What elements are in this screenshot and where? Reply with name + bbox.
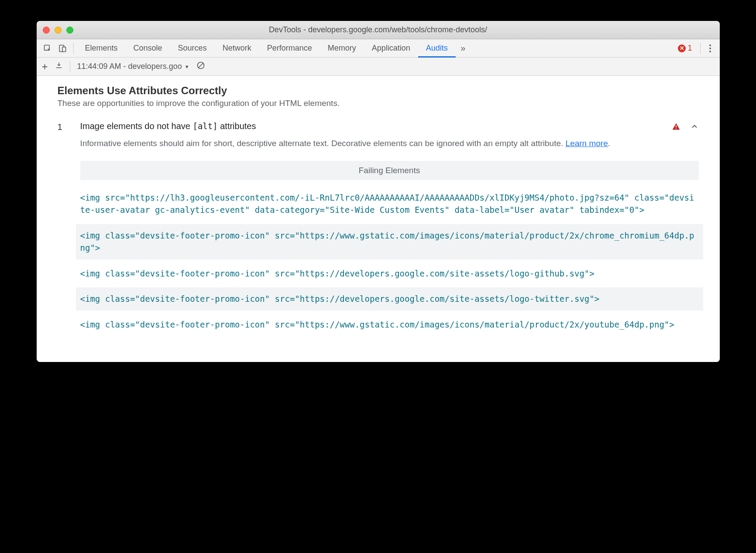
minimize-icon[interactable] [55,27,62,34]
tab-elements[interactable]: Elements [77,39,126,58]
overflow-tabs-icon[interactable]: » [456,41,471,56]
svg-rect-5 [676,128,677,129]
inspect-element-icon[interactable] [40,41,55,56]
section-title: Elements Use Attributes Correctly [58,85,699,97]
audit-desc-text: Informative elements should aim for shor… [80,139,566,148]
audit-desc-post: . [608,139,610,148]
dropdown-triangle-icon: ▼ [185,64,189,69]
separator [70,61,70,72]
tab-network[interactable]: Network [215,39,259,58]
window-title: DevTools - developers.google.com/web/too… [37,25,720,34]
tab-console[interactable]: Console [126,39,170,58]
svg-rect-2 [62,47,66,51]
audits-toolbar: + 11:44:09 AM - developers.goo ▼ [37,58,720,76]
audit-title-post: attributes [218,121,256,131]
separator [73,43,74,54]
tab-memory[interactable]: Memory [320,39,364,58]
collapse-chevron-icon[interactable] [690,122,699,131]
tab-performance[interactable]: Performance [259,39,320,58]
new-audit-button[interactable]: + [42,61,48,73]
audit-title: Image elements do not have [alt] attribu… [80,121,672,131]
failing-elements-header: Failing Elements [80,161,699,180]
audit-description: Informative elements should aim for shor… [80,137,699,150]
traffic-lights [37,27,73,34]
audit-header[interactable]: Image elements do not have [alt] attribu… [80,121,699,131]
audit-item: 1 Image elements do not have [alt] attri… [58,121,699,336]
devtools-window: DevTools - developers.google.com/web/too… [37,21,720,362]
titlebar: DevTools - developers.google.com/web/too… [37,21,720,39]
audit-run-select[interactable]: 11:44:09 AM - developers.goo ▼ [77,62,189,71]
audit-title-code: [alt] [192,121,217,131]
audit-report: Elements Use Attributes Correctly These … [37,76,720,362]
tab-audits[interactable]: Audits [418,39,456,58]
failing-element: <img class="devsite-footer-promo-icon" s… [76,287,703,311]
learn-more-link[interactable]: Learn more [566,139,608,148]
failing-element: <img class="devsite-footer-promo-icon" s… [80,313,699,336]
error-count-badge[interactable]: ✕ 1 [678,44,692,53]
audit-title-pre: Image elements do not have [80,121,193,131]
svg-rect-4 [676,125,677,127]
download-icon[interactable] [55,61,63,72]
tab-sources[interactable]: Sources [170,39,215,58]
devtools-tabbar: Elements Console Sources Network Perform… [37,39,720,58]
failing-element: <img src="https://lh3.googleusercontent.… [80,180,699,222]
device-toggle-icon[interactable] [55,41,70,56]
audit-index: 1 [58,121,80,132]
more-menu-icon[interactable] [704,44,716,52]
warning-triangle-icon [672,122,680,131]
audit-run-label: 11:44:09 AM - developers.goo [77,62,182,71]
error-icon: ✕ [678,44,686,52]
error-count: 1 [687,44,692,53]
failing-element: <img class="devsite-footer-promo-icon" s… [80,262,699,285]
failing-element: <img class="devsite-footer-promo-icon" s… [76,224,703,259]
separator [700,43,701,54]
tab-application[interactable]: Application [364,39,418,58]
maximize-icon[interactable] [66,27,73,34]
clear-icon[interactable] [196,61,205,72]
section-subtitle: These are opportunities to improve the c… [58,99,699,108]
close-icon[interactable] [43,27,50,34]
